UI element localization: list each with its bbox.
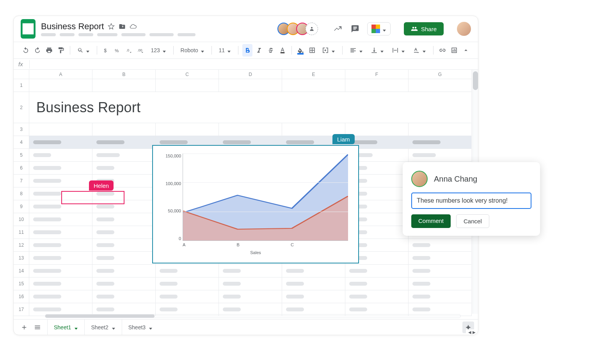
font-size-dropdown[interactable]: 11 xyxy=(215,46,234,55)
collapse-toolbar-icon[interactable] xyxy=(461,44,471,57)
zoom-dropdown[interactable] xyxy=(74,46,93,55)
toolbar: $ % .0 .00 123 Roboto 11 xyxy=(14,42,478,59)
embedded-chart[interactable]: 150,000100,00050,0000 ABCD Sales xyxy=(152,145,359,263)
ytick: 100,000 xyxy=(165,181,181,186)
comments-icon[interactable] xyxy=(351,25,359,33)
share-button[interactable]: Share xyxy=(404,22,444,35)
add-sheet-icon[interactable] xyxy=(18,322,31,333)
chart-x-title: Sales xyxy=(161,250,350,255)
chevron-down-icon xyxy=(382,28,386,32)
chart-y-labels: 150,000100,00050,0000 xyxy=(161,154,181,241)
share-people-icon xyxy=(411,25,418,32)
report-heading: Business Report xyxy=(36,99,140,116)
sheet-tabs-bar: Sheet1 Sheet2 Sheet3 ◀ ▶ xyxy=(14,319,478,335)
insert-link-icon[interactable] xyxy=(437,44,448,57)
svg-point-0 xyxy=(311,27,313,28)
presence-avatars[interactable] xyxy=(281,23,318,35)
print-icon[interactable] xyxy=(44,44,54,57)
strikethrough-icon[interactable] xyxy=(266,44,276,57)
app-header: Business Report Share xyxy=(14,16,478,42)
merge-cells-dropdown[interactable] xyxy=(319,45,338,55)
area-chart: 150,000100,00050,0000 ABCD Sales xyxy=(161,154,350,255)
formula-bar[interactable]: fx xyxy=(14,59,478,70)
share-label: Share xyxy=(421,26,437,32)
undo-icon[interactable] xyxy=(21,44,31,57)
comment-author-name: Anna Chang xyxy=(434,175,477,184)
borders-icon[interactable] xyxy=(307,44,317,57)
svg-text:$: $ xyxy=(104,48,107,53)
ytick: 150,000 xyxy=(165,154,181,158)
presence-tag-liam: Liam xyxy=(332,134,355,144)
comment-input[interactable]: These numbers look very strong! xyxy=(411,193,531,209)
ytick: 50,000 xyxy=(168,209,181,213)
tab-sheet2[interactable]: Sheet2 xyxy=(84,320,121,335)
menu-bar[interactable] xyxy=(41,33,195,36)
horizontal-align-dropdown[interactable] xyxy=(346,45,366,55)
font-family-dropdown[interactable]: Roboto xyxy=(178,46,208,55)
italic-icon[interactable] xyxy=(254,44,264,57)
google-meet-icon xyxy=(371,25,380,33)
move-to-folder-icon[interactable] xyxy=(119,23,126,30)
vertical-align-dropdown[interactable] xyxy=(368,45,387,55)
svg-text:.00: .00 xyxy=(137,48,142,52)
horizontal-scroll-nav[interactable]: ◀ ▶ xyxy=(466,329,478,335)
chart-plot-svg xyxy=(183,154,348,240)
svg-rect-5 xyxy=(280,52,284,53)
decimal-increase-icon[interactable]: .00 xyxy=(136,44,146,57)
bold-icon[interactable] xyxy=(242,44,252,57)
currency-icon[interactable]: $ xyxy=(101,44,111,57)
presence-cursor-helen xyxy=(61,191,124,204)
text-wrap-dropdown[interactable] xyxy=(389,45,408,55)
fill-color-icon[interactable] xyxy=(296,44,306,57)
tab-sheet3[interactable]: Sheet3 xyxy=(122,320,159,335)
fx-icon: fx xyxy=(18,61,23,67)
google-sheets-logo[interactable] xyxy=(21,19,36,39)
presence-tag-helen: Helen xyxy=(89,180,114,191)
meet-button[interactable] xyxy=(367,22,391,35)
svg-text:%: % xyxy=(115,48,119,53)
svg-text:.0: .0 xyxy=(126,48,130,52)
comment-submit-button[interactable]: Comment xyxy=(411,214,451,228)
anonymous-user-icon[interactable] xyxy=(306,23,318,35)
column-headers[interactable]: ABCDEFG xyxy=(14,70,478,79)
document-title[interactable]: Business Report xyxy=(41,21,104,32)
cloud-saved-icon[interactable] xyxy=(130,23,137,30)
percent-icon[interactable]: % xyxy=(112,44,123,57)
comment-author-avatar xyxy=(411,171,428,187)
paint-format-icon[interactable] xyxy=(56,44,66,57)
comment-popup: Anna Chang These numbers look very stron… xyxy=(403,162,540,236)
tab-sheet1[interactable]: Sheet1 xyxy=(47,320,84,335)
sheets-icon xyxy=(21,21,36,36)
ytick: 0 xyxy=(179,236,181,241)
decimal-decrease-icon[interactable]: .0 xyxy=(124,44,134,57)
redo-icon[interactable] xyxy=(32,44,43,57)
star-icon[interactable] xyxy=(108,23,115,30)
text-color-icon[interactable] xyxy=(277,44,288,57)
account-avatar[interactable] xyxy=(457,22,471,36)
insert-chart-icon[interactable] xyxy=(449,44,459,57)
number-format-dropdown[interactable]: 123 xyxy=(147,46,169,55)
text-rotation-dropdown[interactable] xyxy=(410,45,429,55)
chart-x-labels: ABCD xyxy=(183,242,348,247)
horizontal-scrollbar[interactable] xyxy=(45,314,461,318)
all-sheets-icon[interactable] xyxy=(31,322,44,333)
comment-cancel-button[interactable]: Cancel xyxy=(456,214,489,228)
activity-trend-icon[interactable] xyxy=(334,25,342,33)
